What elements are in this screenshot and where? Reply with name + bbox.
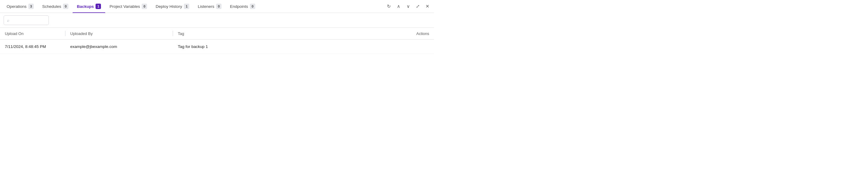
close-button[interactable]: ✕ <box>423 2 432 10</box>
tab-schedules[interactable]: Schedules0 <box>38 0 73 13</box>
cell-upload-on-0: 7/11/2024, 8:48:45 PM <box>5 44 65 49</box>
tab-label-project-variables: Project Variables <box>110 4 140 9</box>
tab-badge-backups: 1 <box>96 4 101 9</box>
col-header-tag: Tag <box>178 31 405 36</box>
cell-tag-0: Tag for backup 1 <box>178 44 405 49</box>
col-divider-1 <box>65 31 65 36</box>
tab-label-operations: Operations <box>7 4 27 9</box>
tab-endpoints[interactable]: Endpoints0 <box>226 0 259 13</box>
tab-badge-endpoints: 0 <box>250 4 255 9</box>
tab-badge-project-variables: 0 <box>142 4 147 9</box>
tab-badge-schedules: 0 <box>63 4 68 9</box>
tab-label-endpoints: Endpoints <box>230 4 248 9</box>
tab-label-deploy-history: Deploy History <box>156 4 182 9</box>
tab-project-variables[interactable]: Project Variables0 <box>105 0 151 13</box>
search-bar: ⌕ <box>0 13 434 28</box>
tab-badge-operations: 3 <box>28 4 34 9</box>
cell-uploaded-by-0: example@jbexample.com <box>70 44 173 49</box>
col-header-uploaded-by: Uploaded By <box>70 31 173 36</box>
tab-backups[interactable]: Backups1 <box>73 0 105 13</box>
expand-button[interactable]: ⤢ <box>413 2 422 10</box>
search-input[interactable] <box>11 18 45 23</box>
tab-badge-listeners: 0 <box>216 4 221 9</box>
search-input-wrapper: ⌕ <box>4 16 49 25</box>
tab-label-backups: Backups <box>77 4 94 9</box>
table-header: Upload On Uploaded By Tag Actions <box>0 28 434 39</box>
tab-badge-deploy-history: 1 <box>184 4 189 9</box>
table-row: 7/11/2024, 8:48:45 PM example@jbexample.… <box>0 39 434 54</box>
tab-label-listeners: Listeners <box>198 4 214 9</box>
col-header-upload-on: Upload On <box>5 31 65 36</box>
toolbar-right: ↻ ∧ ∨ ⤢ ✕ <box>384 2 432 10</box>
chevron-up-button[interactable]: ∧ <box>394 2 403 10</box>
refresh-button[interactable]: ↻ <box>384 2 393 10</box>
tab-deploy-history[interactable]: Deploy History1 <box>151 0 193 13</box>
tab-listeners[interactable]: Listeners0 <box>193 0 226 13</box>
col-header-actions: Actions <box>405 31 429 36</box>
tab-bar: Operations3Schedules0Backups1Project Var… <box>0 0 434 13</box>
tab-operations[interactable]: Operations3 <box>2 0 38 13</box>
search-icon: ⌕ <box>7 18 9 23</box>
table-body: 7/11/2024, 8:48:45 PM example@jbexample.… <box>0 39 434 54</box>
chevron-down-button[interactable]: ∨ <box>404 2 412 10</box>
tab-label-schedules: Schedules <box>42 4 61 9</box>
